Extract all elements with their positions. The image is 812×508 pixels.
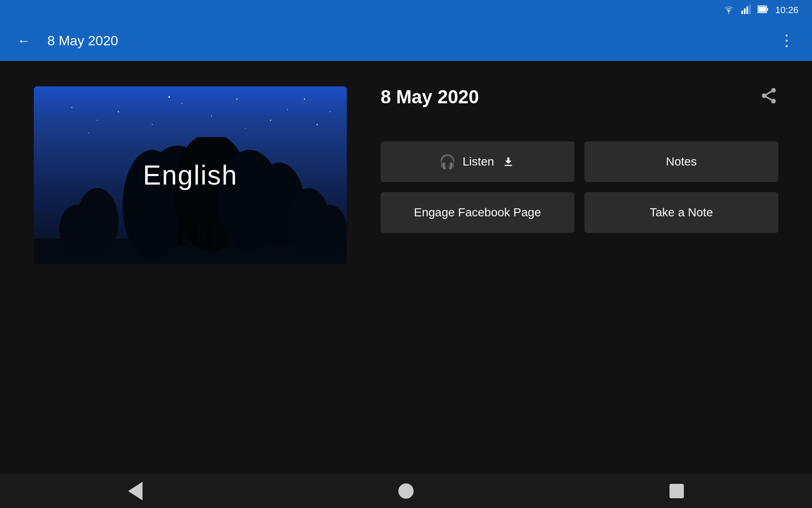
svg-point-8 (181, 103, 182, 104)
action-row-2: Engage Facebook Page Take a Note (381, 192, 778, 233)
svg-point-10 (287, 109, 288, 110)
app-bar-title: 8 May 2020 (47, 33, 762, 49)
thumbnail-overlay-text: English (143, 160, 238, 191)
take-note-label: Take a Note (650, 206, 713, 219)
svg-point-35 (192, 226, 198, 234)
app-bar: ← 8 May 2020 ⋮ (0, 20, 812, 61)
bottom-navigation (0, 474, 812, 508)
svg-point-20 (88, 133, 89, 133)
main-content: English 8 May 2020 🎧 Listen (0, 61, 812, 474)
content-title: 8 May 2020 (381, 86, 778, 108)
back-button[interactable]: ← (17, 33, 30, 49)
nav-recent-button[interactable] (669, 484, 684, 498)
overflow-menu-button[interactable]: ⋮ (779, 32, 795, 50)
engage-facebook-button[interactable]: Engage Facebook Page (381, 192, 574, 233)
home-icon (398, 483, 414, 499)
battery-icon (757, 5, 768, 16)
right-panel: 8 May 2020 🎧 Listen (381, 86, 778, 233)
svg-point-16 (270, 120, 272, 121)
share-button[interactable] (760, 86, 778, 106)
svg-point-33 (177, 227, 184, 235)
svg-point-9 (236, 99, 238, 100)
svg-point-15 (211, 116, 212, 116)
svg-point-11 (304, 99, 305, 100)
svg-line-41 (766, 97, 772, 100)
svg-rect-0 (741, 11, 743, 14)
wifi-icon (723, 5, 735, 16)
svg-rect-6 (767, 8, 768, 11)
svg-point-37 (206, 228, 212, 235)
svg-point-18 (168, 96, 170, 98)
svg-point-31 (313, 205, 347, 256)
svg-point-12 (97, 120, 98, 121)
recent-icon (669, 484, 684, 498)
svg-point-7 (118, 111, 119, 113)
svg-rect-3 (749, 5, 751, 14)
svg-point-21 (317, 124, 318, 125)
listen-label: Listen (463, 155, 494, 168)
svg-point-17 (329, 111, 330, 112)
listen-button[interactable]: 🎧 Listen (381, 141, 574, 182)
signal-icon (741, 5, 751, 16)
take-note-button[interactable]: Take a Note (584, 192, 778, 233)
download-icon (501, 154, 516, 169)
back-icon (128, 482, 143, 500)
notes-button[interactable]: Notes (584, 141, 778, 182)
episode-thumbnail: English (34, 86, 347, 264)
svg-rect-5 (758, 7, 766, 12)
headphones-icon: 🎧 (439, 154, 456, 170)
svg-point-13 (71, 107, 73, 108)
share-icon (760, 86, 778, 105)
status-bar: 10:26 (0, 0, 812, 20)
svg-rect-1 (744, 8, 746, 14)
svg-point-40 (771, 99, 776, 103)
svg-point-19 (245, 128, 246, 129)
svg-point-39 (762, 94, 767, 98)
trees-silhouette (34, 137, 347, 264)
svg-rect-2 (746, 6, 748, 14)
nav-home-button[interactable] (398, 483, 414, 499)
action-row-1: 🎧 Listen Notes (381, 141, 778, 182)
nav-back-button[interactable] (128, 482, 143, 500)
svg-point-14 (152, 124, 153, 125)
svg-line-42 (766, 91, 772, 94)
time-display: 10:26 (775, 5, 798, 16)
notes-label: Notes (666, 155, 697, 168)
svg-point-30 (59, 205, 93, 256)
engage-facebook-label: Engage Facebook Page (414, 205, 541, 220)
svg-point-38 (771, 88, 776, 93)
